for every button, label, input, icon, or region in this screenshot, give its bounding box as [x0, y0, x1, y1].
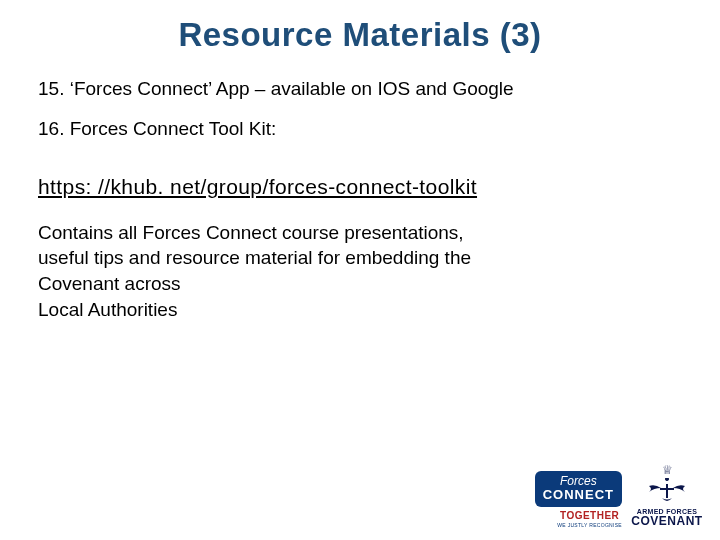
fc-together: TOGETHER [557, 510, 622, 521]
anchor-wings-icon [643, 478, 691, 506]
list-item-15: 15. ‘Forces Connect’ App – available on … [38, 76, 682, 102]
armed-forces-covenant-logo: ♕ ARMED FORCES COVENANT [632, 464, 702, 528]
forces-connect-logo: Forces CONNECT TOGETHER WE JUSTLY RECOGN… [535, 471, 622, 528]
slide-body: 15. ‘Forces Connect’ App – available on … [0, 54, 720, 322]
desc-line: useful tips and resource material for em… [38, 247, 471, 268]
fc-line2: CONNECT [543, 488, 614, 501]
logo-strip: Forces CONNECT TOGETHER WE JUSTLY RECOGN… [535, 464, 702, 528]
fc-subbadge: TOGETHER WE JUSTLY RECOGNISE [557, 510, 622, 528]
fc-tagline: WE JUSTLY RECOGNISE [557, 522, 622, 528]
covenant-line2: COVENANT [631, 514, 702, 528]
description-text: Contains all Forces Connect course prese… [38, 220, 682, 323]
crown-icon: ♕ [662, 464, 673, 476]
desc-line: Local Authorities [38, 299, 177, 320]
decorative-blob [0, 350, 240, 540]
desc-line: Covenant across [38, 273, 181, 294]
desc-line: Contains all Forces Connect course prese… [38, 222, 464, 243]
toolkit-link[interactable]: https: //khub. net/group/forces-connect-… [38, 173, 477, 201]
slide-title: Resource Materials (3) [0, 0, 720, 54]
forces-connect-badge: Forces CONNECT [535, 471, 622, 507]
list-item-16: 16. Forces Connect Tool Kit: [38, 116, 682, 142]
fc-line1: Forces [543, 475, 614, 487]
